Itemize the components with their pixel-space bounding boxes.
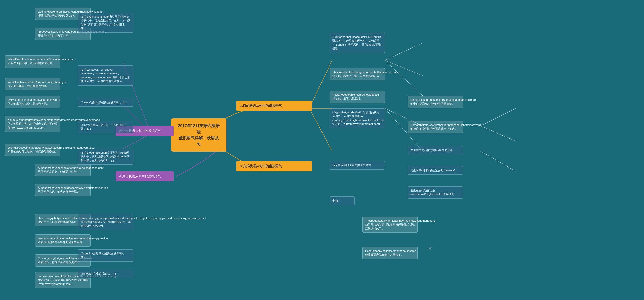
right-r12-text: Theybegantotalkwarmlyasiftheyhadknoweach… bbox=[365, 219, 436, 230]
mid-m3: (3)在though,although等引导的让步状语从句中，从句虚拟语气结构为… bbox=[78, 149, 133, 165]
leaf-l6: Youmustn'tbeproudwhatever/nomatterwhatgr… bbox=[5, 116, 60, 132]
leaf-l9: Although/Thougheshouldbesecretary,hemust… bbox=[35, 184, 91, 196]
right-r5-text: Hegoesclosertothespeakersothathecanhearh… bbox=[410, 98, 477, 105]
right-r7-text: 表示所发生的时间虚拟语气结构 bbox=[332, 164, 371, 167]
svg-line-2 bbox=[309, 108, 332, 151]
mind-map: 2017年12月英语六级语法 虚拟语气详解：状语从句 1.目的状语从句中的虚拟语… bbox=[0, 0, 644, 300]
central-title-line1: 2017年12月英语六级语法 bbox=[177, 123, 220, 135]
mid-m4: amazed,angry,annoyed,astonished,disappoi… bbox=[78, 214, 133, 230]
right-r1: (1)在forfearthat,incase,lest引导的目的状语从句中，若用… bbox=[330, 33, 385, 53]
mid-m4-text: amazed,angry,annoyed,astonished,disappoi… bbox=[81, 217, 206, 227]
leaf-l4: Wewillfindhimwherever/nomatterwhereheamy… bbox=[5, 78, 60, 90]
mid-m6: ②may+完成式(指过去)，主句结构不限。如： bbox=[78, 121, 133, 133]
right-r10-text: 发生在主句动作之后would/could/might/should+原形动词 bbox=[410, 189, 454, 196]
right-r13: Hecoughedtwiceasifsomeoneshouldcome.他咳嗽两… bbox=[362, 247, 418, 259]
leaf-l11: Iwasastonishedthateshoulnotanswersuchane… bbox=[35, 234, 91, 247]
mid-m5: ①may+动词原形(指现在或将来)。如： bbox=[78, 98, 133, 107]
right-r6-text: Hereadthelettercaefullyinorderthatheshou… bbox=[410, 123, 482, 130]
right-r12: Theybegantotalkwarmlyasiftheyhadknoweach… bbox=[362, 217, 418, 233]
central-title-line2: 虚拟语气详解：状语从句 bbox=[177, 135, 220, 147]
mid-m3-text: (3)在though,although等引导的让步状语从句中，从句虚拟语气结构为… bbox=[81, 151, 129, 162]
mid-m1-text: (1)在evenif,eventhough所引导的让步状语从句中，可用虚拟语气。… bbox=[81, 15, 131, 30]
right-r3-text: Hestartedoutearlierlestheshouldbela.他很早就… bbox=[332, 93, 380, 100]
right-r5: Hegoesclosertothespeakersothathecanhearh… bbox=[408, 96, 463, 108]
mid-m7: ①should+原形动词(指现在或将来)。如： bbox=[78, 249, 133, 262]
mid-m8-text: ②should+完成式,指过去。如： bbox=[81, 272, 119, 275]
mid-m5-text: ①may+动词原形(指现在或将来)。如： bbox=[81, 101, 128, 104]
mid-m8: ②should+完成式,指过去。如： bbox=[78, 270, 133, 278]
mid-m1: (1)在evenif,eventhough所引导的让步状语从句中，可用虚拟语气。… bbox=[78, 13, 133, 33]
right-r9: 与主句动作同时发生过去时(be/were) bbox=[408, 166, 463, 175]
leaf-l7: Wemustrespecthimnomatterwhat/whatevermis… bbox=[5, 144, 60, 156]
right-r7: 表示所发生的时间虚拟语气结构 bbox=[330, 161, 385, 170]
right-r4: (2)在sothat,inorderthat引导的目的状语从句中，从句中的原语为… bbox=[330, 108, 385, 128]
right-r3: Hestartedoutearlierlestheshouldbela.他很早就… bbox=[330, 91, 385, 103]
right-r10: 发生在主句动作之后would/could/might/should+原形动词 bbox=[408, 186, 463, 199]
mid-m2-text: (2)在whatever、whichever、whenever、whoever,… bbox=[81, 68, 130, 83]
central-node: 2017年12月英语六级语法 虚拟语气详解：状语从句 bbox=[171, 118, 226, 152]
branch-1-label: 1.目的状语从句中的虚拟语气 bbox=[240, 104, 282, 108]
branch-4-node: 4.原因状语从句中的虚拟语气 bbox=[116, 171, 174, 181]
leaf-l8-text: Although/Thougheshouloftenbelate,heisago… bbox=[38, 166, 104, 173]
isl-label: isl : bbox=[428, 246, 433, 250]
svg-line-12 bbox=[480, 126, 516, 141]
right-r11-text: 例如： bbox=[332, 199, 341, 202]
right-r13-text: Hecoughedtwiceasifsomeoneshouldcome.他咳嗽两… bbox=[365, 249, 417, 256]
mid-m2: (2)在whatever、whichever、whenever、whoever,… bbox=[78, 65, 133, 86]
right-r1-text: (1)在forfearthat,incase,lest引导的目的状语从句中，若用… bbox=[332, 35, 382, 50]
right-r9-text: 与主句动作同时发生过去时(be/were) bbox=[410, 169, 455, 172]
right-r4-text: (2)在sothat,inorderthat引导的目的状语从句中，从句中的原语为… bbox=[332, 111, 384, 125]
right-r6: Hereadthelettercaefullyinorderthatheshou… bbox=[408, 121, 463, 133]
leaf-l5: Iwillwaitforhimnomatterhowlatehemaycome.… bbox=[5, 96, 60, 108]
svg-line-0 bbox=[309, 60, 332, 108]
leaf-l4-text: Wewillfindhimwherever/nomatterwhereheamy… bbox=[8, 81, 67, 87]
leaf-l3: Wewillfinishitontimenomatterwhat/whateve… bbox=[5, 55, 60, 68]
svg-line-6 bbox=[385, 43, 423, 60]
mid-m6-text: ②may+完成式(指过去)，主句结构不限。如： bbox=[81, 123, 125, 130]
leaf-l5-text: Iwillwaitforhimnomatterhowlatehemaycome.… bbox=[8, 98, 61, 105]
svg-line-13 bbox=[480, 151, 516, 171]
svg-line-11 bbox=[480, 108, 516, 126]
branch-4-label: 4.原因状语从句中的虚拟语气 bbox=[119, 174, 161, 178]
branch-3-label: 3.方式状语从句中的虚拟语气 bbox=[240, 164, 282, 168]
right-r2-text: Sheexaminedthedooragainforfearthathiefsh… bbox=[332, 71, 400, 77]
leaf-l9-text: Although/Thougheshouldbesecretary,hemust… bbox=[38, 186, 109, 193]
mid-m7-text: ①should+原形动词(指现在或将来)。如： bbox=[81, 252, 125, 259]
right-r8: 发生在主句动作之前had+过去分词 bbox=[408, 146, 463, 154]
leaf-l11-text: Iwasastonishedthateshoulnotanswersuchane… bbox=[38, 237, 109, 244]
svg-line-8 bbox=[385, 60, 423, 96]
right-r8-text: 发生在主句动作之前had+过去分词 bbox=[410, 149, 453, 152]
branch-3-node: 3.方式状语从句中的虚拟语气 bbox=[236, 161, 312, 171]
right-r11: 例如： bbox=[330, 196, 355, 205]
branch-1-node: 1.目的状语从句中的虚拟语气 bbox=[236, 101, 312, 111]
right-r2: Sheexaminedthedooragainforfearthathiefsh… bbox=[330, 68, 385, 80]
leaf-l8: Although/Thougheshouloftenbelate,heisago… bbox=[35, 164, 91, 176]
leaf-l3-text: Wewillfinishitontimenomatterwhat/whateve… bbox=[8, 58, 76, 65]
